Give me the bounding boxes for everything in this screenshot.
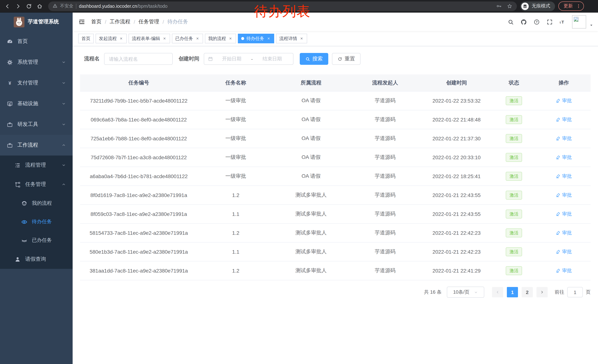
approve-button[interactable]: 审批 (556, 230, 572, 236)
tab-close-icon[interactable]: × (266, 36, 271, 41)
help-icon[interactable] (533, 18, 540, 25)
cell-process: 测试多审批人 (274, 242, 348, 261)
select-caret-icon (474, 290, 478, 294)
tab-close-icon[interactable]: × (228, 36, 233, 41)
sidebar-fold-icon[interactable] (78, 18, 86, 26)
approve-button[interactable]: 审批 (556, 192, 572, 198)
tab-label: 已办任务 (175, 35, 193, 42)
approve-button[interactable]: 审批 (556, 173, 572, 180)
sidebar-item[interactable]: 已办任务 (0, 231, 73, 250)
reset-button[interactable]: 重置 (332, 53, 360, 65)
tab-item[interactable]: 待办任务× (238, 34, 274, 43)
chrome-update-button[interactable]: 更新 (558, 1, 584, 11)
table-row: 8f0d1619-7ac8-11ec-a9e2-a2380e71991a1.2测… (80, 186, 590, 205)
approve-button[interactable]: 审批 (556, 267, 572, 274)
breadcrumb-item[interactable]: 任务管理 (139, 18, 159, 25)
tab-item[interactable]: 首页 (78, 34, 94, 43)
status-badge: 激活 (506, 191, 522, 200)
user-icon (14, 256, 21, 263)
approve-button[interactable]: 审批 (556, 135, 572, 142)
bookmark-star-icon[interactable] (507, 3, 512, 9)
page-unit-label: 页 (586, 289, 590, 296)
sidebar-item-label: 首页 (17, 38, 66, 45)
tab-close-icon[interactable]: × (299, 36, 304, 41)
breadcrumb-item[interactable]: 工作流程 (110, 18, 130, 25)
tab-close-icon[interactable]: × (119, 36, 123, 41)
table-row: 73211d9d-7b9b-11ec-b5b7-acde48001122一级审批… (80, 91, 590, 110)
briefcase-icon (6, 142, 13, 148)
chevron-up-icon (61, 182, 66, 187)
sidebar-item[interactable]: 工作流程 (0, 135, 73, 155)
sidebar-item[interactable]: 我的流程 (0, 194, 73, 212)
sidebar-item[interactable]: 基础设施 (0, 93, 73, 114)
app-title: 芋道管理系统 (28, 18, 59, 25)
sidebar-item[interactable]: 系统管理 (0, 52, 73, 73)
status-badge: 激活 (506, 153, 522, 162)
sidebar-item[interactable]: 支付管理 (0, 73, 73, 93)
avatar-caret-icon[interactable] (589, 23, 594, 27)
app-logo[interactable]: 芋道管理系统 (0, 13, 73, 31)
reload-icon[interactable] (25, 2, 33, 10)
cell-starter: 芋道源码 (348, 91, 422, 110)
next-page-button[interactable] (537, 287, 548, 297)
fullscreen-icon[interactable] (546, 18, 553, 25)
search-button[interactable]: 搜索 (300, 53, 328, 65)
cell-created: 2022-01-21 22:42:23 (422, 224, 491, 242)
tab-item[interactable]: 已办任务× (172, 34, 203, 43)
breadcrumb-separator: / (105, 19, 106, 25)
tab-item[interactable]: 流程表单-编辑× (129, 34, 170, 43)
sidebar-item[interactable]: 请假查询 (0, 250, 73, 269)
home-icon[interactable] (36, 2, 43, 10)
approve-label: 审批 (562, 267, 572, 274)
chevron-down-icon (61, 60, 66, 65)
tab-item[interactable]: 流程详情× (276, 34, 307, 43)
tab-item[interactable]: 我的流程× (205, 34, 236, 43)
sidebar-item[interactable]: 任务管理 (0, 175, 73, 194)
cell-status: 激活 (491, 148, 537, 167)
tab-item[interactable]: 发起流程× (96, 34, 127, 43)
table-body: 73211d9d-7b9b-11ec-b5b7-acde48001122一级审批… (80, 91, 590, 280)
cell-task-name: 1.1 (198, 205, 274, 224)
sidebar-item[interactable]: 待办任务 (0, 212, 73, 231)
sidebar-item[interactable]: 流程管理 (0, 155, 73, 175)
browser-menu-dots-icon[interactable] (576, 4, 581, 8)
page-button-1[interactable]: 1 (507, 287, 518, 297)
back-icon[interactable] (4, 2, 11, 10)
cell-task-id: 725a1eb6-7b88-11ec-8ef0-acde48001122 (80, 129, 198, 148)
avatar[interactable] (572, 15, 586, 29)
process-name-input[interactable] (104, 53, 173, 65)
sidebar-menu: 首页系统管理支付管理基础设施研发工具工作流程流程管理任务管理我的流程待办任务已办… (0, 31, 73, 364)
font-size-icon[interactable] (559, 18, 566, 25)
sidebar-item[interactable]: 研发工具 (0, 114, 73, 135)
cell-action: 审批 (537, 205, 591, 224)
sidebar-item[interactable]: 首页 (0, 31, 73, 52)
approve-label: 审批 (562, 211, 572, 217)
forward-icon[interactable] (15, 2, 22, 10)
page-size-select[interactable]: 10条/页 (447, 287, 484, 298)
prev-page-button[interactable] (492, 287, 503, 297)
approve-button[interactable]: 审批 (556, 154, 572, 161)
breadcrumb-item[interactable]: 首页 (91, 18, 101, 25)
cell-action: 审批 (537, 148, 591, 167)
tab-close-icon[interactable]: × (162, 36, 167, 41)
approve-button[interactable]: 审批 (556, 97, 572, 104)
date-range-picker[interactable]: 开始日期 - 结束日期 (204, 53, 293, 65)
breadcrumb-separator: / (163, 19, 164, 25)
column-header: 流程发起人 (348, 74, 422, 91)
cell-task-id: 58154733-7ac8-11ec-a9e2-a2380e71991a (80, 224, 198, 242)
password-key-icon[interactable] (496, 3, 502, 9)
tab-close-icon[interactable]: × (195, 36, 200, 41)
pen-icon (556, 249, 561, 254)
page-button-2[interactable]: 2 (522, 287, 533, 297)
approve-button[interactable]: 审批 (556, 249, 572, 255)
status-badge: 激活 (506, 210, 522, 218)
cell-process: OA 请假 (274, 110, 348, 129)
github-icon[interactable] (520, 18, 527, 25)
approve-button[interactable]: 审批 (556, 116, 572, 123)
cell-task-id: 580e1b3d-7ac8-11ec-a9e2-a2380e71991a (80, 242, 198, 261)
cell-starter: 芋道源码 (348, 186, 422, 205)
approve-button[interactable]: 审批 (556, 211, 572, 217)
search-icon[interactable] (507, 18, 514, 25)
goto-page-input[interactable] (567, 287, 583, 297)
approve-label: 审批 (562, 97, 572, 104)
